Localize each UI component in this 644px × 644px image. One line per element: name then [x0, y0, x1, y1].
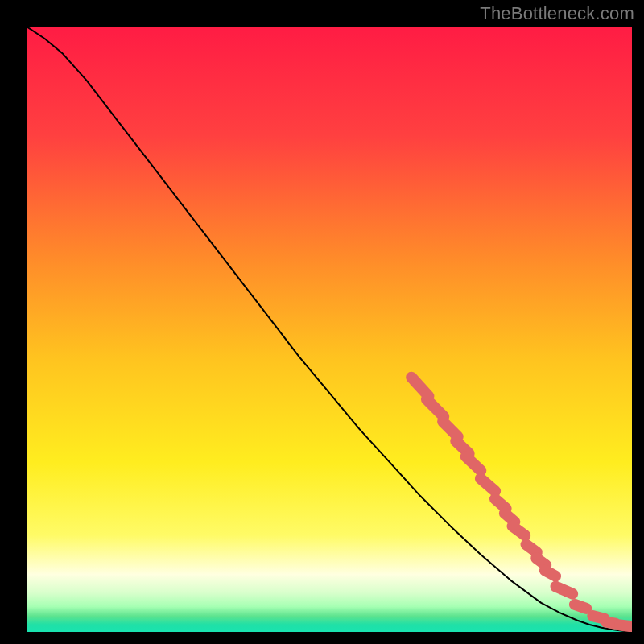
chart-frame: TheBottleneck.com [0, 0, 644, 644]
data-dot [536, 558, 546, 565]
data-dot [620, 625, 632, 627]
data-dot [555, 587, 572, 594]
watermark-text: TheBottleneck.com [480, 3, 634, 24]
data-dot [513, 526, 526, 536]
data-dot [495, 499, 506, 509]
data-dot [505, 513, 515, 522]
data-dot [545, 571, 555, 576]
gradient-background [27, 27, 632, 632]
chart-svg [27, 27, 632, 632]
data-dot [575, 605, 586, 609]
plot-area [27, 27, 632, 632]
data-dot [606, 622, 616, 624]
data-dot [526, 544, 537, 552]
